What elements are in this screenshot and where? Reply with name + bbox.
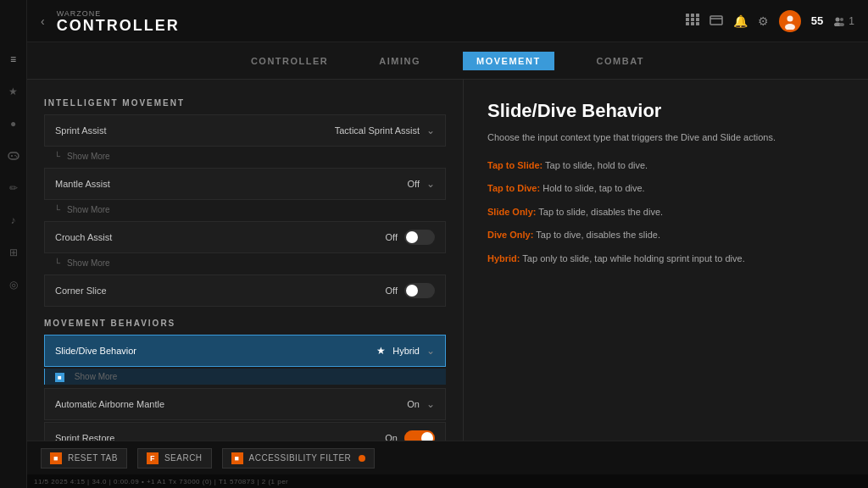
mantle-assist-arrow: ⌄ — [426, 178, 435, 190]
svg-rect-5 — [686, 14, 689, 17]
sidebar-icon-edit[interactable]: ✏ — [5, 180, 22, 197]
info-option-text-3: Tap to dive, disables the slide. — [536, 230, 660, 240]
info-option-label-4: Hybrid: — [487, 253, 520, 263]
svg-point-4 — [15, 156, 17, 158]
svg-rect-7 — [696, 14, 699, 17]
search-label: SEARCH — [164, 453, 203, 463]
card-icon[interactable] — [709, 14, 723, 28]
airborne-mantle-arrow: ⌄ — [426, 398, 435, 410]
friends-count: 1 — [833, 15, 854, 27]
gear-icon[interactable]: ⚙ — [758, 14, 769, 28]
info-title: Slide/Dive Behavior — [487, 100, 844, 122]
section-title-intelligent: INTELLIGENT MOVEMENT — [44, 98, 446, 108]
sprint-assist-arrow: ⌄ — [426, 125, 435, 136]
setting-sprint-restore[interactable]: Sprint Restore On — [44, 422, 446, 441]
reset-tab-button[interactable]: ■ RESET TAB — [41, 448, 127, 469]
crouch-assist-show-more[interactable]: └ Show More — [44, 255, 446, 271]
mantle-assist-value: Off — [408, 179, 420, 189]
corner-slice-value: Off — [386, 286, 398, 296]
setting-slide-dive[interactable]: Slide/Dive Behavior ★ Hybrid ⌄ — [44, 335, 446, 367]
sidebar-icon-favorites[interactable]: ★ — [5, 83, 22, 100]
main-area: ‹ WARZONE CONTROLLER — [27, 0, 868, 488]
info-option-1: Tap to Dive: Hold to slide, tap to dive. — [487, 181, 844, 197]
svg-point-19 — [836, 17, 840, 21]
sidebar-icon-home[interactable]: ≡ — [5, 51, 22, 68]
info-option-3: Dive Only: Tap to dive, disables the sli… — [487, 228, 844, 243]
sidebar-icon-network[interactable]: ◎ — [5, 276, 22, 293]
accessibility-filter-button[interactable]: ■ ACCESSIBILITY FILTER — [222, 448, 376, 469]
svg-rect-13 — [696, 22, 699, 25]
info-option-text-1: Hold to slide, tap to dive. — [542, 183, 644, 193]
grid-icon[interactable] — [686, 14, 699, 28]
info-option-label-3: Dive Only: — [487, 230, 533, 240]
info-description: Choose the input context type that trigg… — [487, 130, 844, 145]
tab-combat[interactable]: COMBAT — [588, 53, 653, 69]
setting-airborne-mantle[interactable]: Automatic Airborne Mantle On ⌄ — [44, 388, 446, 420]
header-right: 🔔 ⚙ 55 1 — [686, 10, 854, 32]
svg-rect-12 — [691, 22, 694, 25]
player-score: 55 — [811, 14, 823, 27]
svg-point-22 — [839, 23, 844, 26]
corner-slice-toggle[interactable] — [404, 283, 435, 298]
section-title-behaviors: MOVEMENT BEHAVIORS — [44, 319, 446, 328]
info-option-label-0: Tap to Slide: — [487, 160, 542, 170]
sidebar-icon-controller[interactable] — [5, 147, 22, 164]
info-option-text-4: Tap only to slide, tap while holding spr… — [522, 253, 744, 263]
status-bar: 11/5 2025 4:15 | 34.0 | 0:00.09 • +1 A1 … — [27, 474, 868, 488]
setting-corner-slice[interactable]: Corner Slice Off — [44, 274, 446, 307]
filter-label: ACCESSIBILITY FILTER — [249, 453, 352, 463]
setting-crouch-assist[interactable]: Crouch Assist Off — [44, 221, 446, 253]
sprint-restore-toggle[interactable] — [404, 430, 435, 441]
header-title-area: WARZONE CONTROLLER — [57, 9, 180, 33]
airborne-mantle-value: On — [407, 399, 420, 409]
crouch-assist-label: Crouch Assist — [55, 232, 386, 242]
svg-rect-10 — [696, 18, 699, 21]
slide-dive-star: ★ — [376, 345, 386, 357]
crouch-assist-value: Off — [386, 232, 398, 242]
page-title: CONTROLLER — [57, 18, 180, 33]
info-option-label-2: Slide Only: — [487, 207, 536, 217]
filter-dot — [359, 455, 365, 462]
bell-icon[interactable]: 🔔 — [733, 14, 748, 28]
svg-rect-14 — [710, 16, 722, 25]
tab-aiming[interactable]: AIMING — [370, 53, 429, 69]
slide-dive-value: Hybrid — [392, 346, 420, 356]
airborne-mantle-label: Automatic Airborne Mantle — [55, 399, 407, 409]
show-more-corner-icon: └ — [54, 152, 60, 161]
slide-dive-label: Slide/Dive Behavior — [55, 346, 376, 356]
sprint-restore-label: Sprint Restore — [55, 433, 385, 441]
header: ‹ WARZONE CONTROLLER — [27, 0, 868, 42]
svg-point-3 — [14, 155, 16, 157]
show-more-label: Show More — [67, 152, 110, 161]
settings-panel: INTELLIGENT MOVEMENT Sprint Assist Tacti… — [27, 80, 464, 441]
sprint-assist-show-more[interactable]: └ Show More — [44, 148, 446, 164]
tab-controller[interactable]: CONTROLLER — [242, 53, 337, 69]
show-more-corner-icon-4: ■ — [55, 372, 68, 381]
mantle-assist-label: Mantle Assist — [55, 179, 408, 189]
search-button[interactable]: F SEARCH — [137, 448, 212, 469]
status-text: 11/5 2025 4:15 | 34.0 | 0:00.09 • +1 A1 … — [34, 478, 288, 485]
svg-rect-8 — [686, 18, 689, 21]
sidebar-icon-profile[interactable]: ● — [5, 115, 22, 132]
tabs-bar: CONTROLLER AIMING MOVEMENT COMBAT — [27, 42, 868, 80]
info-option-4: Hybrid: Tap only to slide, tap while hol… — [487, 252, 844, 267]
slide-dive-show-more[interactable]: ■ Show More — [44, 369, 446, 385]
back-button[interactable]: ‹ — [41, 14, 45, 28]
svg-rect-6 — [691, 14, 694, 17]
info-option-text-2: Tap to slide, disables the dive. — [538, 207, 663, 217]
crouch-assist-toggle[interactable] — [404, 230, 435, 245]
svg-point-21 — [840, 18, 843, 21]
filter-key: ■ — [231, 452, 243, 464]
info-option-0: Tap to Slide: Tap to slide, hold to dive… — [487, 158, 844, 174]
setting-sprint-assist[interactable]: Sprint Assist Tactical Sprint Assist ⌄ — [44, 114, 446, 147]
svg-rect-9 — [691, 18, 694, 21]
friends-number: 1 — [849, 15, 854, 27]
mantle-assist-show-more[interactable]: └ Show More — [44, 202, 446, 218]
sidebar-icon-grid[interactable]: ⊞ — [5, 244, 22, 261]
corner-slice-label: Corner Slice — [55, 286, 386, 296]
sidebar-icon-audio[interactable]: ♪ — [5, 212, 22, 229]
tab-movement[interactable]: MOVEMENT — [463, 52, 554, 70]
avatar[interactable] — [779, 10, 801, 32]
setting-mantle-assist[interactable]: Mantle Assist Off ⌄ — [44, 168, 446, 200]
info-panel: Slide/Dive Behavior Choose the input con… — [464, 80, 868, 441]
